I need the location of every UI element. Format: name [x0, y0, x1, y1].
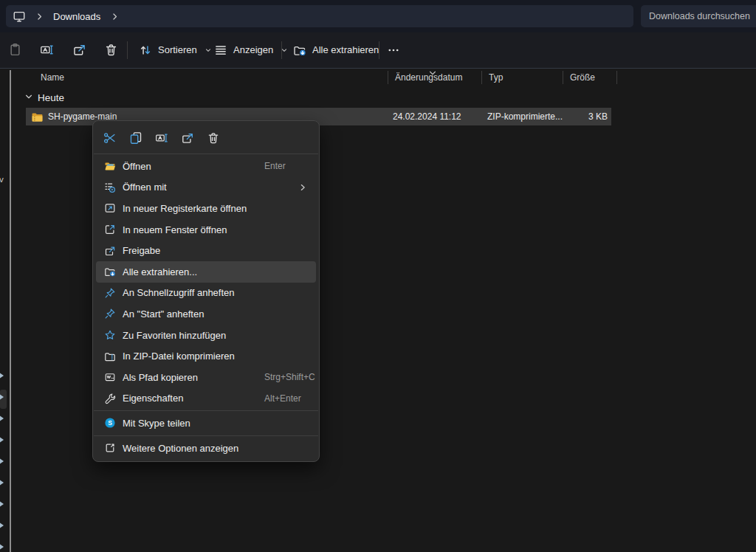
menu-item-copy-as-path[interactable]: Als Pfad kopieren Strg+Shift+C — [96, 367, 316, 388]
zip-folder-icon — [104, 351, 116, 362]
column-header-modified[interactable]: Änderungsdatum — [395, 72, 462, 89]
delete-button[interactable] — [200, 126, 226, 150]
star-icon — [104, 329, 116, 341]
share-icon — [181, 131, 194, 145]
sort-label: Sortieren — [158, 44, 197, 55]
sort-button[interactable]: Sortieren — [134, 38, 216, 63]
share-button[interactable] — [66, 38, 92, 63]
tree-expand-icon[interactable] — [0, 541, 6, 550]
menu-item-extract-all[interactable]: Alle extrahieren... — [96, 261, 316, 283]
menu-item-compress-to-zip[interactable]: In ZIP-Datei komprimieren — [96, 345, 316, 367]
delete-icon — [207, 131, 220, 145]
ellipsis-icon — [387, 44, 400, 57]
column-header-name[interactable]: Name — [41, 72, 64, 89]
view-icon — [214, 44, 227, 57]
shortcut-label: Enter — [264, 161, 286, 171]
copy-button[interactable] — [123, 126, 148, 150]
menu-separator — [94, 410, 318, 411]
properties-icon — [104, 393, 116, 404]
rename-button[interactable] — [34, 38, 59, 63]
zip-folder-file-icon — [31, 111, 44, 123]
open-with-icon — [104, 182, 116, 193]
skype-icon: S — [104, 417, 116, 429]
nav-pane-partial-text: v — [0, 175, 4, 184]
tree-expand-icon[interactable] — [0, 477, 6, 486]
search-placeholder: Downloads durchsuchen — [649, 11, 750, 21]
file-modified: 24.02.2024 11:12 — [393, 111, 461, 122]
rename-button[interactable] — [148, 126, 174, 150]
open-in-tab-icon — [104, 202, 116, 214]
pin-icon — [104, 287, 116, 299]
see-more-button[interactable] — [381, 38, 406, 63]
menu-separator — [94, 435, 318, 436]
menu-item-open[interactable]: Öffnen Enter — [96, 156, 316, 177]
breadcrumb-location[interactable]: Downloads — [53, 11, 100, 22]
menu-item-share-with-skype[interactable]: S Mit Skype teilen — [96, 413, 316, 434]
delete-button[interactable] — [98, 38, 123, 63]
view-label: Anzeigen — [233, 44, 273, 55]
column-header-type[interactable]: Typ — [489, 72, 503, 89]
search-input[interactable]: Downloads durchsuchen — [641, 5, 756, 27]
group-header-today[interactable]: Heute — [24, 90, 64, 105]
menu-item-pin-to-quick-access[interactable]: An Schnellzugriff anheften — [96, 283, 316, 304]
file-size: 3 KB — [543, 111, 608, 122]
extract-all-label: Alle extrahieren — [312, 44, 379, 55]
cut-button[interactable] — [97, 126, 123, 150]
title-bar: Downloads Downloads durchsuchen — [0, 0, 756, 32]
chevron-down-icon[interactable] — [24, 92, 33, 103]
menu-item-open-in-new-tab[interactable]: In neuer Registerkarte öffnen — [96, 198, 316, 219]
context-menu-icon-bar — [93, 124, 319, 152]
pin-icon — [104, 308, 116, 320]
tree-expand-icon[interactable] — [0, 434, 6, 443]
rename-icon — [40, 43, 54, 57]
extract-icon — [293, 44, 306, 57]
column-divider[interactable] — [481, 71, 482, 84]
group-label: Heute — [38, 92, 64, 103]
tree-expand-icon[interactable] — [0, 455, 6, 464]
menu-item-add-to-favorites[interactable]: Zu Favoriten hinzufügen — [96, 325, 316, 346]
column-divider[interactable] — [388, 71, 388, 84]
more-options-icon — [104, 442, 116, 454]
toolbar-separator — [379, 41, 379, 59]
tree-expand-icon[interactable] — [0, 413, 6, 421]
folder-open-icon — [104, 160, 116, 172]
tree-expand-icon[interactable] — [0, 520, 6, 528]
extract-icon — [104, 266, 116, 277]
column-divider[interactable] — [563, 71, 563, 84]
tree-expand-icon[interactable] — [0, 370, 6, 379]
this-pc-icon[interactable] — [13, 10, 26, 23]
menu-separator — [94, 153, 318, 154]
menu-item-open-with[interactable]: Öffnen mit — [96, 177, 316, 199]
file-explorer-window: Downloads Downloads durchsuchen — [0, 0, 756, 552]
menu-item-show-more-options[interactable]: Weitere Optionen anzeigen — [96, 438, 316, 459]
extract-all-button[interactable]: Alle extrahieren — [289, 38, 383, 63]
menu-item-properties[interactable]: Eigenschaften Alt+Enter — [96, 388, 316, 410]
paste-button[interactable] — [2, 38, 27, 63]
tree-expand-icon[interactable] — [0, 391, 6, 400]
view-button[interactable]: Anzeigen — [210, 38, 292, 63]
delete-icon — [104, 43, 118, 57]
column-header-size[interactable]: Größe — [570, 72, 595, 89]
copy-path-icon — [104, 371, 116, 383]
toolbar-separator — [281, 41, 282, 59]
breadcrumb-chevron-icon — [35, 13, 44, 21]
context-menu: Öffnen Enter Öffnen mit In neuer Registe… — [92, 120, 320, 462]
sort-icon — [139, 44, 152, 57]
svg-text:S: S — [108, 419, 112, 427]
menu-item-pin-to-start[interactable]: An "Start" anheften — [96, 303, 316, 325]
submenu-chevron-icon — [298, 183, 307, 192]
column-divider[interactable] — [616, 71, 617, 84]
toolbar-separator — [127, 41, 128, 59]
cut-icon — [103, 131, 117, 145]
shortcut-label: Strg+Shift+C — [264, 372, 315, 382]
menu-item-share[interactable]: Freigabe — [96, 240, 316, 261]
address-bar[interactable]: Downloads — [6, 5, 633, 27]
share-button[interactable] — [174, 126, 200, 150]
breadcrumb-chevron-icon[interactable] — [111, 13, 119, 21]
command-toolbar: Sortieren Anzeigen Alle extrahieren — [0, 32, 756, 69]
rename-icon — [155, 131, 168, 145]
share-icon — [72, 43, 86, 57]
nav-pane-scrollbar[interactable] — [10, 70, 11, 552]
menu-item-open-in-new-window[interactable]: In neuem Fenster öffnen — [96, 219, 316, 241]
tree-expand-icon[interactable] — [0, 498, 6, 507]
